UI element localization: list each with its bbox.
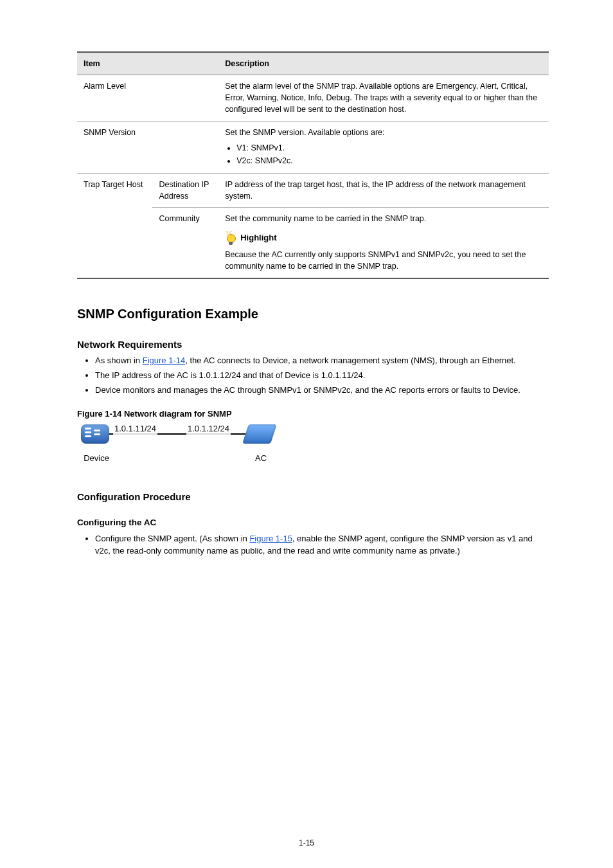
figure-link[interactable]: Figure 1-14: [143, 356, 185, 365]
cell-subitem: Community: [152, 208, 218, 278]
highlight-note: Because the AC currently only supports S…: [225, 249, 542, 272]
sub-subsection-heading: Configuring the AC: [77, 516, 549, 529]
col-header-desc: Description: [218, 52, 549, 75]
list-item: V2c: SNMPv2c.: [236, 155, 542, 167]
ac-icon: [245, 424, 274, 444]
page-root: Item Description Alarm Level Set the ala…: [0, 0, 613, 868]
router-icon: [81, 424, 109, 444]
cell-desc: Set the alarm level of the SNMP trap. Av…: [218, 75, 549, 121]
cell-desc: IP address of the trap target host, that…: [218, 173, 549, 207]
list-item: V1: SNMPv1.: [236, 142, 542, 154]
subsection-heading: Configuration Procedure: [77, 490, 549, 504]
figure-caption: Figure 1-14 Network diagram for SNMP: [77, 408, 549, 420]
req-text-suffix: , the AC connects to Device, a network m…: [185, 356, 515, 365]
ip-address-left: 1.0.1.11/24: [113, 423, 157, 435]
section-heading: SNMP Configuration Example: [77, 305, 549, 323]
network-diagram: Device 1.0.1.11/24 1.0.1.12/24 AC: [77, 424, 276, 476]
table-header-row: Item Description: [77, 52, 549, 75]
figure-link[interactable]: Figure 1-15: [249, 534, 292, 543]
step-text-prefix: Configure the SNMP agent. (As shown in: [95, 534, 249, 543]
highlight-callout: \ | / Highlight: [225, 231, 542, 245]
ip-address-right: 1.0.1.12/24: [186, 423, 231, 435]
procedure-list: Configure the SNMP agent. (As shown in F…: [77, 533, 549, 557]
subsection-heading: Network Requirements: [77, 338, 549, 352]
cell-item: Alarm Level: [77, 75, 218, 121]
req-text-prefix: As shown in: [95, 356, 143, 365]
config-table: Item Description Alarm Level Set the ala…: [77, 51, 549, 279]
ac-label: AC: [242, 453, 280, 465]
page-number: 1-15: [0, 838, 613, 849]
table-row: Alarm Level Set the alarm level of the S…: [77, 75, 549, 121]
cell-desc: Set the community name to be carried in …: [218, 208, 549, 278]
list-item: Device monitors and manages the AC throu…: [95, 384, 549, 397]
desc-text: Set the community name to be carried in …: [225, 214, 426, 223]
highlight-label: Highlight: [240, 232, 276, 244]
requirements-list: As shown in Figure 1-14, the AC connects…: [77, 355, 549, 397]
desc-bullets: V1: SNMPv1. V2c: SNMPv2c.: [225, 142, 542, 167]
list-item: As shown in Figure 1-14, the AC connects…: [95, 355, 549, 367]
list-item: The IP address of the AC is 1.0.1.12/24 …: [95, 370, 549, 382]
device-label: Device: [77, 453, 116, 465]
cell-item: SNMP Version: [77, 121, 218, 173]
table-row: Trap Target Host Destination IP Address …: [77, 173, 549, 207]
cell-group-item: Trap Target Host: [77, 173, 152, 278]
cell-subitem: Destination IP Address: [152, 173, 218, 207]
cell-desc: Set the SNMP version. Available options …: [218, 121, 549, 173]
list-item: Configure the SNMP agent. (As shown in F…: [95, 533, 549, 557]
desc-intro: Set the SNMP version. Available options …: [225, 128, 384, 137]
lightbulb-icon: \ | /: [225, 231, 236, 245]
table-row: SNMP Version Set the SNMP version. Avail…: [77, 121, 549, 173]
col-header-item: Item: [77, 52, 218, 75]
